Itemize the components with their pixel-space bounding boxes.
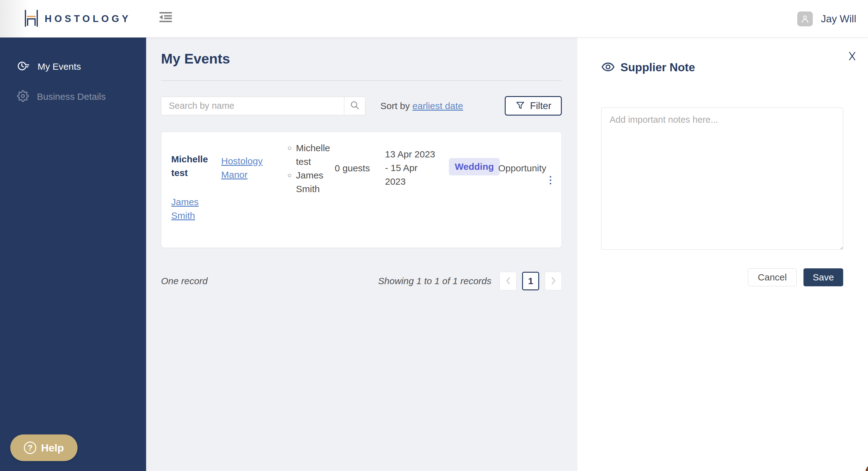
logo: HOSTOLOGY	[0, 0, 146, 37]
event-dates: 13 Apr 2023 - 15 Apr 2023	[385, 147, 439, 189]
list-footer: One record Showing 1 to 1 of 1 records 1	[161, 272, 562, 290]
funnel-icon	[515, 100, 525, 111]
sidebar-item-business-details[interactable]: Business Details	[0, 81, 146, 111]
event-type-badge: Wedding	[449, 158, 500, 175]
supplier-note-panel: Supplier Note Cancel Save	[577, 37, 868, 471]
attendee-item: James Smith	[296, 169, 333, 196]
save-button[interactable]: Save	[804, 268, 843, 286]
sort-control: Sort by earliest date	[380, 101, 463, 111]
hostology-logo-icon	[24, 10, 38, 28]
main-content: My Events Sort by earliest date	[146, 37, 577, 471]
event-guest-count: 0 guests	[335, 162, 378, 175]
cancel-button[interactable]: Cancel	[748, 268, 797, 286]
panel-header: Supplier Note	[601, 61, 843, 74]
event-card: Michelle test James Smith Hostology Mano…	[161, 132, 562, 248]
panel-actions: Cancel Save	[601, 268, 843, 286]
showing-text: Showing 1 to 1 of 1 records	[378, 276, 491, 286]
help-label: Help	[41, 442, 64, 454]
sidebar-item-label: Business Details	[37, 92, 106, 102]
sidebar-item-label: My Events	[37, 61, 81, 72]
event-contact-link[interactable]: James Smith	[171, 195, 205, 223]
record-count: One record	[161, 276, 208, 286]
help-button[interactable]: ? Help	[10, 434, 78, 461]
search-box	[161, 97, 366, 115]
pagination: Showing 1 to 1 of 1 records 1	[378, 272, 562, 290]
search-input[interactable]	[161, 97, 344, 115]
pagination-prev-button[interactable]	[499, 272, 517, 290]
sort-label: Sort by	[380, 101, 410, 111]
sidebar-collapse-icon[interactable]	[159, 11, 173, 24]
user-menu[interactable]: Jay Will	[797, 0, 856, 37]
logo-wordmark: HOSTOLOGY	[45, 13, 131, 25]
topbar: HOSTOLOGY Jay Will	[0, 0, 868, 37]
panel-title: Supplier Note	[620, 61, 695, 74]
search-icon	[350, 100, 360, 111]
user-name: Jay Will	[821, 13, 856, 25]
event-name: Michelle test	[171, 153, 212, 180]
clock-icon	[17, 61, 29, 72]
sidebar: My Events Business Details ? Help	[0, 37, 146, 471]
question-mark-icon: ?	[24, 442, 36, 454]
gear-icon	[17, 90, 29, 103]
title-divider	[161, 80, 562, 81]
page-title: My Events	[161, 52, 562, 66]
event-attendees: Michelle test James Smith	[288, 141, 334, 196]
pagination-next-button[interactable]	[545, 272, 562, 290]
attendee-item: Michelle test	[296, 141, 333, 169]
kebab-menu-icon[interactable]	[549, 175, 553, 186]
filter-button[interactable]: Filter	[505, 96, 562, 115]
note-textarea[interactable]	[601, 107, 843, 250]
event-venue-link[interactable]: Hostology Manor	[221, 154, 269, 181]
list-controls: Sort by earliest date Filter	[161, 96, 562, 115]
filter-label: Filter	[530, 100, 552, 111]
search-button[interactable]	[344, 97, 365, 115]
chevron-left-icon	[505, 277, 512, 286]
pagination-page-1[interactable]: 1	[522, 272, 539, 290]
sidebar-nav: My Events Business Details	[0, 37, 146, 111]
app-window: HOSTOLOGY Jay Will	[0, 0, 868, 471]
sidebar-item-my-events[interactable]: My Events	[0, 52, 146, 81]
close-icon[interactable]	[848, 51, 856, 62]
chevron-right-icon	[550, 277, 557, 286]
event-status: Opportunity	[498, 162, 546, 175]
eye-icon	[601, 62, 615, 73]
avatar	[797, 11, 813, 26]
sort-link[interactable]: earliest date	[412, 101, 463, 111]
